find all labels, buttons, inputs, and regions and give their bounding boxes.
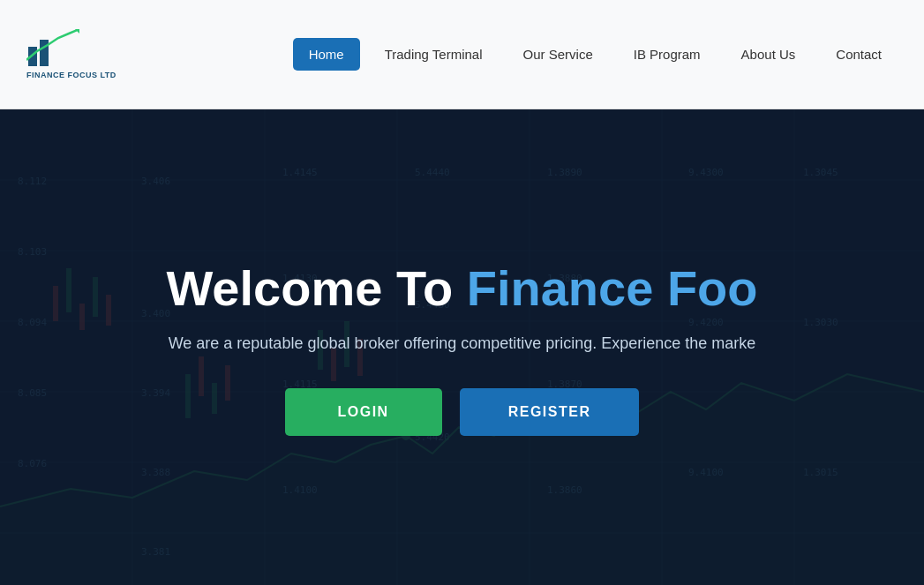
- register-button[interactable]: REGISTER: [460, 388, 640, 436]
- nav-item-contact[interactable]: Contact: [820, 38, 898, 71]
- nav-item-trading-terminal[interactable]: Trading Terminal: [369, 38, 499, 71]
- hero-content: Welcome To Finance Foo We are a reputabl…: [148, 259, 775, 436]
- hero-title: Welcome To Finance Foo: [166, 259, 757, 317]
- login-button[interactable]: LOGIN: [285, 388, 442, 436]
- logo-icon: [26, 29, 79, 69]
- nav-item-home[interactable]: Home: [293, 38, 360, 71]
- hero-buttons: LOGIN REGISTER: [166, 388, 757, 436]
- nav-links: Home Trading Terminal Our Service IB Pro…: [293, 38, 898, 71]
- hero-subtitle: We are a reputable global broker offerin…: [166, 334, 757, 353]
- hero-title-prefix: Welcome To: [166, 260, 466, 316]
- nav-item-about-us[interactable]: About Us: [725, 38, 812, 71]
- nav-item-ib-program[interactable]: IB Program: [618, 38, 717, 71]
- logo[interactable]: FINANCE FOCUS LTD: [26, 29, 116, 80]
- hero-title-accent: Finance Foo: [467, 260, 758, 316]
- svg-rect-1: [40, 40, 49, 66]
- brand-name: FINANCE FOCUS LTD: [26, 71, 116, 80]
- hero-section: 8.112 8.103 8.094 8.085 8.076 3.406 3.40…: [0, 109, 924, 585]
- nav-item-our-service[interactable]: Our Service: [507, 38, 609, 71]
- navbar: FINANCE FOCUS LTD Home Trading Terminal …: [0, 0, 924, 109]
